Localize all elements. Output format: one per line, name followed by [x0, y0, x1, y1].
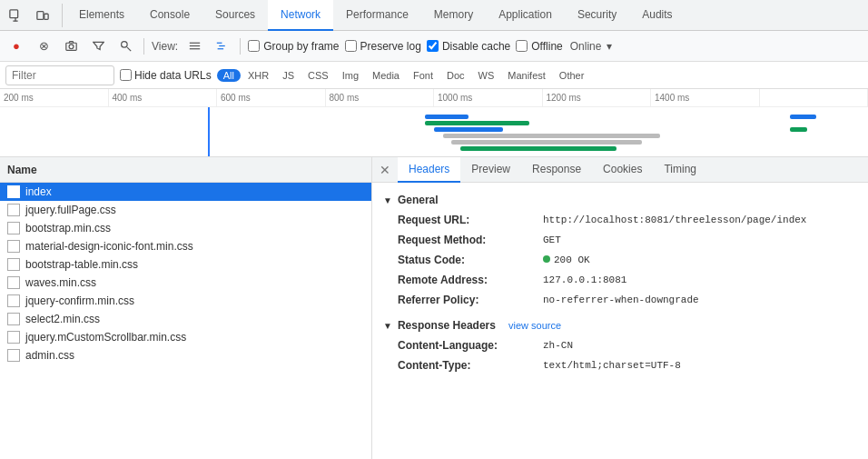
tab-memory[interactable]: Memory — [421, 0, 486, 31]
info-val: 127.0.0.1:8081 — [543, 272, 626, 288]
filter-button[interactable] — [87, 35, 109, 57]
right-tab-cookies[interactable]: Cookies — [592, 157, 653, 183]
file-icon — [7, 313, 20, 325]
timeline-content[interactable] — [0, 107, 868, 157]
online-label: Online — [570, 40, 602, 53]
filter-type-all[interactable]: All — [217, 69, 241, 82]
hide-data-urls-label[interactable]: Hide data URLs — [134, 69, 212, 82]
general-section-header[interactable]: ▼ General — [372, 190, 868, 210]
offline-checkbox[interactable] — [516, 40, 528, 52]
list-item[interactable]: bootstrap.min.css — [0, 219, 371, 237]
list-item[interactable]: material-design-iconic-font.min.css — [0, 237, 371, 255]
filter-type-doc[interactable]: Doc — [440, 69, 471, 82]
disable-cache-label[interactable]: Disable cache — [442, 40, 510, 53]
disable-cache-checkbox[interactable] — [427, 40, 439, 52]
filter-type-other[interactable]: Other — [553, 69, 591, 82]
list-item[interactable]: jquery-confirm.min.css — [0, 292, 371, 310]
list-item[interactable]: waves.min.css — [0, 274, 371, 292]
separator-2 — [240, 38, 241, 55]
filter-type-ws[interactable]: WS — [472, 69, 501, 82]
info-val: no-referrer-when-downgrade — [543, 292, 699, 308]
list-item[interactable]: bootstrap-table.min.css — [0, 255, 371, 274]
list-item[interactable]: admin.css — [0, 346, 371, 364]
info-key: Request URL: — [398, 212, 543, 228]
filter-type-js[interactable]: JS — [276, 69, 301, 82]
info-key: Status Code: — [398, 252, 543, 268]
right-tab-response[interactable]: Response — [521, 157, 592, 183]
timeline-tick: 600 ms — [217, 89, 326, 106]
right-tab-timing[interactable]: Timing — [653, 157, 707, 183]
svg-rect-4 — [44, 14, 48, 19]
timeline-tick: 1200 ms — [543, 89, 652, 106]
camera-button[interactable] — [60, 35, 82, 57]
svg-rect-0 — [10, 9, 18, 17]
info-row: Request URL:http://localhost:8081/threel… — [372, 210, 868, 230]
tab-audits[interactable]: Audits — [629, 0, 685, 31]
tab-network[interactable]: Network — [268, 0, 333, 31]
network-dropdown-icon[interactable]: ▾ — [607, 40, 612, 53]
timeline-cursor — [208, 107, 210, 157]
view-source-link[interactable]: view source — [508, 320, 561, 331]
svg-rect-3 — [37, 11, 44, 19]
file-icon — [7, 331, 20, 344]
file-icon — [7, 276, 20, 289]
view-label: View: — [152, 40, 178, 53]
file-name: bootstrap-table.min.css — [25, 258, 138, 271]
list-item[interactable]: index — [0, 183, 371, 201]
filter-type-xhr[interactable]: XHR — [242, 69, 275, 82]
right-tab-preview[interactable]: Preview — [460, 157, 521, 183]
tab-performance[interactable]: Performance — [333, 0, 421, 31]
hide-data-urls-group: Hide data URLs — [120, 69, 212, 82]
info-row: Remote Address:127.0.0.1:8081 — [372, 270, 868, 290]
group-by-frame-label[interactable]: Group by frame — [263, 40, 339, 53]
list-item[interactable]: jquery.mCustomScrollbar.min.css — [0, 328, 371, 346]
stop-button[interactable]: ⊗ — [33, 35, 54, 57]
right-tab-headers[interactable]: Headers — [398, 157, 460, 183]
hide-data-urls-checkbox[interactable] — [120, 69, 132, 81]
preserve-log-label[interactable]: Preserve log — [360, 40, 421, 53]
file-icon — [7, 240, 20, 253]
filter-type-img[interactable]: Img — [336, 69, 365, 82]
main-tabs: Elements Console Sources Network Perform… — [66, 0, 686, 31]
filter-bar: Hide data URLs AllXHRJSCSSImgMediaFontDo… — [0, 62, 868, 89]
file-name: bootstrap.min.css — [25, 222, 111, 234]
close-panel-button[interactable]: ✕ — [376, 161, 394, 179]
file-name: material-design-iconic-font.min.css — [25, 240, 193, 253]
info-row: Content-Type:text/html;charset=UTF-8 — [372, 355, 868, 375]
preserve-log-checkbox[interactable] — [345, 40, 357, 52]
file-list: indexjquery.fullPage.cssbootstrap.min.cs… — [0, 183, 371, 459]
info-key: Content-Type: — [398, 357, 543, 374]
filter-type-manifest[interactable]: Manifest — [501, 69, 552, 82]
timeline-tick — [760, 89, 869, 106]
tab-elements[interactable]: Elements — [66, 0, 137, 31]
right-content: ▼ General Request URL:http://localhost:8… — [372, 183, 868, 459]
offline-label[interactable]: Offline — [531, 40, 562, 53]
filter-type-font[interactable]: Font — [407, 69, 439, 82]
list-item[interactable]: select2.min.css — [0, 310, 371, 328]
group-by-frame-checkbox[interactable] — [248, 40, 260, 52]
timeline-tick: 200 ms — [0, 89, 109, 106]
file-icon — [7, 258, 20, 271]
filter-input[interactable] — [5, 65, 114, 85]
list-item[interactable]: jquery.fullPage.css — [0, 201, 371, 219]
tab-console[interactable]: Console — [137, 0, 202, 31]
view-waterfall-icon[interactable] — [211, 35, 232, 57]
tab-application[interactable]: Application — [486, 0, 565, 31]
tab-security[interactable]: Security — [565, 0, 629, 31]
view-list-icon[interactable] — [183, 35, 205, 57]
filter-type-css[interactable]: CSS — [301, 69, 335, 82]
search-button[interactable] — [114, 35, 136, 57]
info-val: 200 OK — [543, 252, 590, 268]
timeline-ruler: 200 ms400 ms600 ms800 ms1000 ms1200 ms14… — [0, 89, 868, 107]
main-tab-bar: Elements Console Sources Network Perform… — [0, 0, 868, 31]
left-panel: Name indexjquery.fullPage.cssbootstrap.m… — [0, 157, 372, 459]
device-toolbar-icon[interactable] — [31, 4, 54, 27]
filter-type-media[interactable]: Media — [366, 69, 406, 82]
record-button[interactable]: ● — [5, 35, 27, 57]
info-key: Request Method: — [398, 232, 543, 248]
tab-sources[interactable]: Sources — [202, 0, 268, 31]
info-key: Referrer Policy: — [398, 292, 543, 308]
inspect-icon[interactable] — [4, 4, 27, 27]
info-row: Referrer Policy:no-referrer-when-downgra… — [372, 290, 868, 310]
response-headers-section-header[interactable]: ▼ Response Headers view source — [372, 315, 868, 335]
